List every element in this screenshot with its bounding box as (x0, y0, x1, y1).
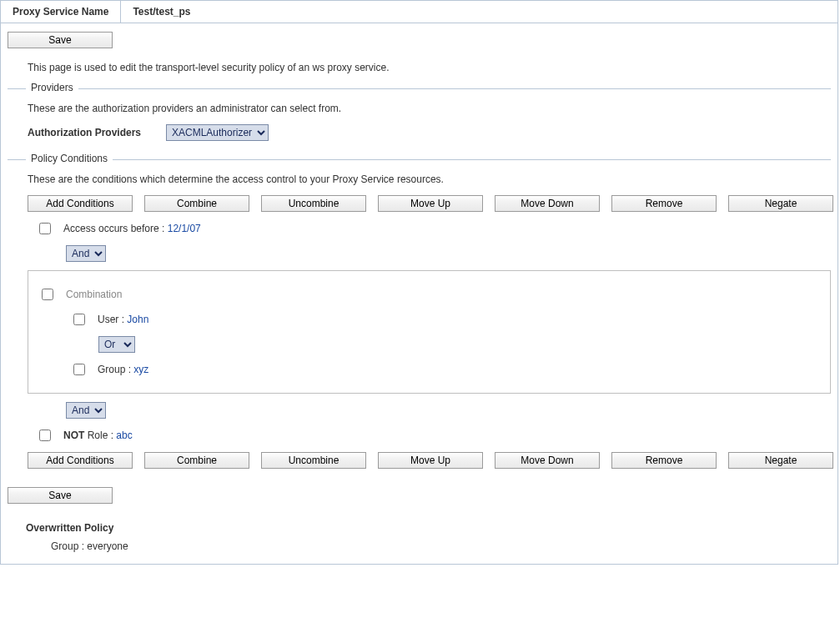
operator-and-select-2[interactable]: And (66, 402, 106, 419)
header-bar: Proxy Service Name Test/test_ps (1, 1, 837, 23)
add-conditions-button[interactable]: Add Conditions (28, 452, 133, 469)
uncombine-button[interactable]: Uncombine (261, 452, 366, 469)
policy-conditions-legend: Policy Conditions (26, 153, 113, 164)
condition-checkbox[interactable] (73, 364, 85, 375)
move-up-button[interactable]: Move Up (378, 195, 483, 212)
condition-value[interactable]: abc (116, 430, 132, 441)
condition-value[interactable]: 12/1/07 (168, 223, 201, 234)
auth-providers-label: Authorization Providers (28, 127, 141, 138)
providers-note: These are the authorization providers an… (28, 103, 831, 114)
negate-button[interactable]: Negate (728, 452, 833, 469)
condition-label: Group : (98, 364, 133, 375)
save-button-bottom[interactable]: Save (8, 487, 113, 504)
remove-button[interactable]: Remove (611, 195, 717, 212)
operator-row: And (66, 245, 831, 262)
operator-row: And (66, 402, 831, 419)
operator-or-select[interactable]: Or (98, 336, 135, 353)
condition-text: Group : xyz (98, 364, 148, 375)
header-value: Test/test_ps (121, 1, 837, 23)
page-body: Save This page is used to edit the trans… (1, 23, 837, 564)
condition-checkbox[interactable] (42, 289, 53, 300)
condition-row-not-role: NOT Role : abc (36, 427, 831, 444)
move-down-button[interactable]: Move Down (495, 195, 600, 212)
not-label: NOT (63, 430, 84, 441)
combination-box: Combination User : John Or Gro (28, 270, 831, 394)
condition-checkbox[interactable] (73, 314, 85, 325)
remove-button[interactable]: Remove (611, 452, 717, 469)
add-conditions-button[interactable]: Add Conditions (28, 195, 133, 212)
auth-providers-select[interactable]: XACMLAuthorizer (166, 124, 269, 141)
condition-value[interactable]: John (127, 314, 148, 325)
conditions-toolbar-top: Add Conditions Combine Uncombine Move Up… (28, 195, 831, 212)
condition-row-group: Group : xyz (70, 361, 822, 378)
condition-label: Access occurs before : (63, 223, 168, 234)
condition-text: NOT Role : abc (63, 430, 133, 441)
condition-row-user: User : John (70, 311, 822, 328)
policy-conditions-note: These are the conditions which determine… (28, 173, 831, 185)
move-up-button[interactable]: Move Up (378, 452, 483, 469)
providers-legend: Providers (26, 82, 78, 93)
negate-button[interactable]: Negate (728, 195, 833, 212)
operator-and-select[interactable]: And (66, 245, 106, 262)
combination-label: Combination (66, 289, 122, 300)
condition-row-access: Access occurs before : 12/1/07 (36, 220, 831, 237)
page-description: This page is used to edit the transport-… (28, 62, 831, 73)
policy-conditions-section: Policy Conditions These are the conditio… (8, 159, 831, 469)
combine-button[interactable]: Combine (144, 195, 249, 212)
condition-checkbox[interactable] (39, 430, 51, 441)
combination-header-row: Combination (38, 286, 822, 303)
condition-label: Role : (84, 430, 116, 441)
overwritten-policy-value: Group : everyone (51, 540, 831, 552)
combine-button[interactable]: Combine (144, 452, 249, 469)
condition-checkbox[interactable] (39, 223, 51, 234)
save-button-top[interactable]: Save (8, 32, 113, 48)
condition-text: User : John (98, 314, 148, 325)
providers-section: Providers These are the authorization pr… (8, 88, 831, 141)
conditions-toolbar-bottom: Add Conditions Combine Uncombine Move Up… (28, 452, 831, 469)
condition-text: Access occurs before : 12/1/07 (63, 223, 201, 234)
uncombine-button[interactable]: Uncombine (261, 195, 366, 212)
header-label: Proxy Service Name (1, 1, 121, 23)
operator-row: Or (98, 336, 822, 353)
move-down-button[interactable]: Move Down (495, 452, 600, 469)
overwritten-policy-heading: Overwritten Policy (26, 522, 831, 534)
condition-value[interactable]: xyz (133, 364, 148, 375)
condition-label: User : (98, 314, 127, 325)
